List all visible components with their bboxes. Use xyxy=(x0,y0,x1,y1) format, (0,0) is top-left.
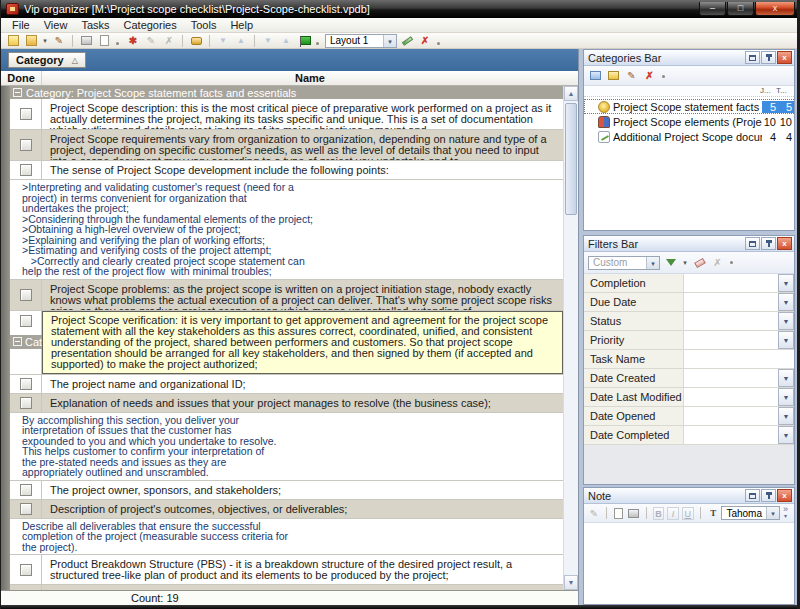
done-checkbox[interactable] xyxy=(20,397,32,409)
group-by-category-chip[interactable]: Category △ xyxy=(8,52,86,68)
filter-dropdown-icon[interactable]: ▼ xyxy=(778,312,794,330)
task-name-cell[interactable]: Project Scope problems: as the project s… xyxy=(42,280,563,310)
filter-value-field[interactable] xyxy=(684,274,778,292)
layout-delete-icon[interactable]: ✗ xyxy=(417,34,433,48)
delete-category-icon[interactable]: ✗ xyxy=(642,69,657,83)
refresh-flag-icon[interactable] xyxy=(296,34,312,48)
task-name-cell[interactable]: Product Breakdown Structure (PBS) - it i… xyxy=(42,555,563,584)
clear-filter-icon[interactable] xyxy=(692,256,707,270)
menu-view[interactable]: View xyxy=(37,19,75,31)
filter-dropdown-icon[interactable]: ▼ xyxy=(778,274,794,292)
filter-value-field[interactable] xyxy=(684,312,778,330)
new-database-icon[interactable] xyxy=(5,34,21,48)
move-up-icon[interactable]: ▲ xyxy=(233,34,249,48)
task-name-cell[interactable]: Project Scope requirements vary from org… xyxy=(42,130,563,160)
filters-close-icon[interactable]: x xyxy=(777,237,792,250)
filters-pin-icon[interactable] xyxy=(761,237,776,250)
column-header-done[interactable]: Done xyxy=(1,71,42,85)
categories-count-col2[interactable]: T... xyxy=(776,86,792,96)
filter-dropdown-icon[interactable]: ▼ xyxy=(778,369,794,387)
overlapped-category-group-row[interactable]: Category: xyxy=(10,335,43,349)
layout-brush-icon[interactable] xyxy=(399,34,415,48)
task-name-cell[interactable]: The sense of Project Scope development i… xyxy=(42,161,563,179)
task-name-cell[interactable]: Project Scope description: this is the m… xyxy=(42,99,563,129)
task-name-cell[interactable]: Work Breakdown Structure (WBS) - a struc… xyxy=(42,585,563,590)
collapse-all-icon[interactable]: ▲ xyxy=(278,34,294,48)
print-icon[interactable] xyxy=(78,34,94,48)
filter-value-field[interactable] xyxy=(684,293,778,311)
bold-button[interactable]: B xyxy=(653,507,665,520)
category-item[interactable]: Project Scope statement facts and essent… xyxy=(584,99,794,114)
done-checkbox[interactable] xyxy=(20,564,32,576)
categories-restore-icon[interactable] xyxy=(745,51,760,64)
note-save-icon[interactable]: ✎ xyxy=(588,506,600,520)
categories-toolbar-overflow-icon[interactable] xyxy=(662,75,665,78)
filter-preset-combo[interactable]: Custom ▾ xyxy=(588,256,660,270)
filter-dropdown-icon[interactable]: ▼ xyxy=(778,293,794,311)
task-row[interactable]: Product Breakdown Structure (PBS) - it i… xyxy=(10,555,563,585)
scroll-up-icon[interactable]: ▲ xyxy=(564,86,578,101)
task-row[interactable]: Project Scope requirements vary from org… xyxy=(10,130,563,161)
note-page-icon[interactable] xyxy=(613,506,625,520)
edit-note-icon[interactable]: ✎ xyxy=(51,34,67,48)
category-group-row[interactable]: Category: Project Scope statement facts … xyxy=(10,86,563,99)
add-subcategory-icon[interactable] xyxy=(606,69,621,83)
scroll-down-icon[interactable]: ▼ xyxy=(564,575,578,590)
add-note-icon[interactable] xyxy=(23,34,39,48)
edit-category-icon[interactable]: ✎ xyxy=(624,69,639,83)
filter-dropdown-icon[interactable]: ▼ xyxy=(778,407,794,425)
apply-filter-dropdown-icon[interactable]: ▾ xyxy=(681,256,689,270)
category-item[interactable]: Additional Project Scope documentation (… xyxy=(584,129,794,144)
filter-value-field[interactable] xyxy=(684,426,778,444)
menu-file[interactable]: File xyxy=(5,19,37,31)
font-combo[interactable]: Tahoma ▾ xyxy=(721,506,780,520)
note-restore-icon[interactable] xyxy=(745,489,760,502)
filter-value-field[interactable] xyxy=(684,369,778,387)
task-row[interactable]: The project name and organizational ID; xyxy=(10,375,563,394)
close-button[interactable]: x xyxy=(755,2,795,16)
task-list-scrollbar[interactable]: ▲ ▼ xyxy=(563,86,578,590)
menu-tools[interactable]: Tools xyxy=(184,19,224,31)
categories-pin-icon[interactable] xyxy=(761,51,776,64)
note-print-icon[interactable] xyxy=(628,506,640,520)
note-pin-icon[interactable] xyxy=(761,489,776,502)
filter-dropdown-icon[interactable]: ▼ xyxy=(778,331,794,349)
toolbar-overflow3-icon[interactable] xyxy=(437,42,440,45)
task-row[interactable]: Description of project's outcomes, objec… xyxy=(10,500,563,519)
task-row[interactable]: Explanation of needs and issues that you… xyxy=(10,394,563,413)
done-checkbox[interactable] xyxy=(20,484,32,496)
done-checkbox[interactable] xyxy=(20,378,32,390)
filters-restore-icon[interactable] xyxy=(745,237,760,250)
add-task-icon[interactable]: ✱ xyxy=(125,34,141,48)
done-checkbox[interactable] xyxy=(20,108,32,120)
filter-preset-arrow-icon[interactable]: ▾ xyxy=(646,257,659,269)
collapse-icon[interactable] xyxy=(13,88,22,97)
toolbar-overflow-icon[interactable] xyxy=(116,42,119,45)
task-row[interactable]: Project Scope description: this is the m… xyxy=(10,99,563,130)
done-checkbox[interactable] xyxy=(20,289,32,301)
filters-toolbar-overflow-icon[interactable] xyxy=(730,261,733,264)
collapse-icon[interactable] xyxy=(13,337,22,346)
scrollbar-thumb[interactable] xyxy=(565,103,577,215)
category-item[interactable]: Project Scope elements (Project Scope ba… xyxy=(584,114,794,129)
task-name-cell[interactable]: The project owner, sponsors, and stakeho… xyxy=(42,481,563,499)
note-toolbar-overflow-icon[interactable]: »▾ xyxy=(783,506,790,520)
selected-task-row[interactable]: Category:Project Scope verification: it … xyxy=(10,311,563,375)
done-checkbox[interactable] xyxy=(20,139,32,151)
show-completed-icon[interactable] xyxy=(188,34,204,48)
edit-task-icon[interactable]: ✎ xyxy=(143,34,159,48)
new-category-icon[interactable] xyxy=(588,69,603,83)
remove-filter-icon[interactable]: ✗ xyxy=(710,256,725,270)
task-row[interactable]: Work Breakdown Structure (WBS) - a struc… xyxy=(10,585,563,590)
delete-task-icon[interactable]: ✗ xyxy=(161,34,177,48)
scrollbar-track[interactable] xyxy=(564,101,578,575)
done-checkbox[interactable] xyxy=(20,503,32,515)
task-name-cell[interactable]: The project name and organizational ID; xyxy=(42,375,563,393)
column-header-name[interactable]: Name xyxy=(42,71,578,85)
apply-filter-icon[interactable] xyxy=(663,256,678,270)
filter-dropdown-icon[interactable]: ▼ xyxy=(778,388,794,406)
move-down-icon[interactable]: ▼ xyxy=(215,34,231,48)
task-name-cell[interactable]: Description of project's outcomes, objec… xyxy=(42,500,563,518)
filter-value-field[interactable] xyxy=(684,331,778,349)
layout-combo-arrow-icon[interactable]: ▾ xyxy=(383,35,396,47)
